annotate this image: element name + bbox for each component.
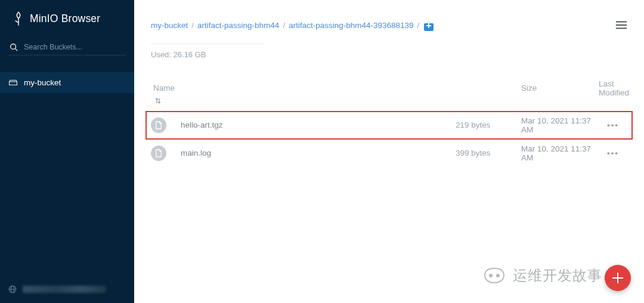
bucket-item[interactable]: my-bucket [0,72,134,93]
bucket-search [0,37,134,61]
app-root: MinIO Browser my-bucket [0,0,644,303]
object-rows: hello-art.tgz 219 bytes Mar 10, 2021 11:… [134,112,644,167]
storage-divider: Used: 26.16 GB [151,44,264,59]
object-name: main.log [172,149,456,157]
storage-used: Used: 26.16 GB [151,50,264,59]
th-modified[interactable]: Last Modified [599,79,627,97]
bucket-icon [8,79,18,86]
sort-icon[interactable] [151,97,172,104]
th-name[interactable]: Name [151,84,456,92]
new-folder-icon[interactable] [424,23,434,31]
breadcrumb: my-bucket / artifact-passing-bhm44 / art… [151,20,434,32]
bucket-search-input[interactable] [24,43,125,51]
sidebar: MinIO Browser my-bucket [0,0,134,303]
object-size: 399 bytes [456,149,521,157]
hamburger-menu-button[interactable] [615,20,627,30]
watermark: 运维开发故事 [484,266,602,285]
object-table-head: Name Size Last Modified [134,59,644,112]
th-size[interactable]: Size [521,84,599,92]
bucket-list: my-bucket [0,72,134,93]
object-modified: Mar 10, 2021 11:37 AM [521,144,599,162]
brand-logo-icon [13,11,24,26]
object-actions-button[interactable]: ••• [599,149,627,157]
object-row[interactable]: main.log 399 bytes Mar 10, 2021 11:37 AM… [146,139,632,167]
add-button[interactable] [605,265,631,291]
bucket-search-box[interactable] [8,41,126,55]
bucket-item-label: my-bucket [24,78,61,87]
sidebar-footer-host [23,286,106,293]
globe-icon [8,285,17,293]
wechat-icon [484,268,504,283]
topbar: my-bucket / artifact-passing-bhm44 / art… [134,0,644,59]
object-name: hello-art.tgz [172,120,456,129]
brand: MinIO Browser [0,0,134,37]
main: my-bucket / artifact-passing-bhm44 / art… [134,0,644,303]
file-icon [151,118,166,133]
object-modified: Mar 10, 2021 11:37 AM [521,116,599,134]
breadcrumb-link[interactable]: artifact-passing-bhm44-393688139 [289,20,413,32]
object-row[interactable]: hello-art.tgz 219 bytes Mar 10, 2021 11:… [146,112,632,139]
svg-line-1 [16,49,18,51]
breadcrumb-link[interactable]: my-bucket [151,20,188,32]
file-icon [151,146,166,161]
search-icon [10,43,18,51]
breadcrumb-link[interactable]: artifact-passing-bhm44 [197,20,279,32]
breadcrumb-sep: / [283,20,285,32]
breadcrumb-area: my-bucket / artifact-passing-bhm44 / art… [151,20,434,59]
svg-point-0 [11,44,16,50]
breadcrumb-sep: / [191,20,194,32]
object-actions-button[interactable]: ••• [599,120,627,129]
watermark-text: 运维开发故事 [513,266,602,285]
brand-title: MinIO Browser [30,13,100,25]
object-size: 219 bytes [456,120,521,129]
sidebar-footer [0,282,134,297]
breadcrumb-sep: / [417,20,420,32]
